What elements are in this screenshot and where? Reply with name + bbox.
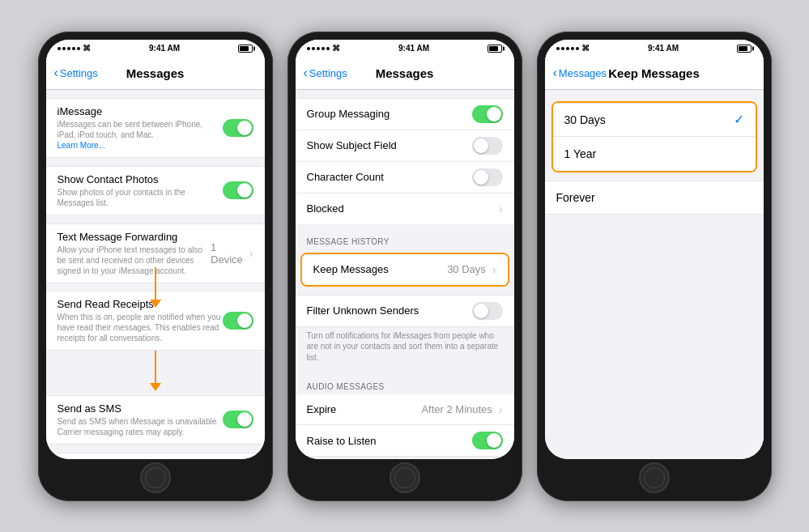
fwd-value: 1 Device xyxy=(211,241,243,266)
phone-2-screen: ⌘ 9:41 AM ‹ Settings Messages Group Mess… xyxy=(296,40,514,459)
raise-listen-cell[interactable]: Raise to Listen xyxy=(296,425,514,457)
battery-area xyxy=(238,45,253,53)
phone-3: ⌘ 9:41 AM ‹ Messages Keep Messages 30 Da… xyxy=(537,32,772,501)
nav-back-1[interactable]: ‹ Settings xyxy=(54,66,98,79)
raise-listen-desc: Raise to Listen allows you to quickly li… xyxy=(296,457,514,459)
imessage-learn-more[interactable]: Learn More... xyxy=(57,141,105,150)
imessage-group: iMessage iMessages can be sent between i… xyxy=(46,98,265,158)
nav-back-2[interactable]: ‹ Settings xyxy=(304,66,347,79)
status-bar-2: ⌘ 9:41 AM xyxy=(296,40,514,57)
battery-area-3 xyxy=(737,45,752,53)
p3-dot3 xyxy=(566,47,569,50)
group-messaging-cell[interactable]: Group Messaging xyxy=(296,98,514,130)
battery-fill-3 xyxy=(739,46,747,51)
home-button-2[interactable] xyxy=(390,462,420,493)
audio-messages-header: AUDIO MESSAGES xyxy=(296,382,514,394)
expire-label: Expire xyxy=(307,403,422,415)
battery-fill xyxy=(240,46,249,51)
receipts-group: Send Read Receipts When this is on, peop… xyxy=(46,292,265,351)
home-button-3[interactable] xyxy=(639,462,670,493)
sms-cell[interactable]: Send as SMS Send as SMS when iMessage is… xyxy=(46,395,265,445)
expire-chevron-icon: › xyxy=(499,403,503,416)
nav-title-3: Keep Messages xyxy=(608,66,700,80)
option-30-days-label: 30 Days xyxy=(564,113,606,126)
filter-label-wrap: Filter Unknown Senders xyxy=(307,304,419,317)
p3-dot4 xyxy=(571,47,574,50)
nav-back-label-2[interactable]: Settings xyxy=(309,67,347,79)
show-subject-cell[interactable]: Show Subject Field xyxy=(296,130,514,162)
sms-toggle[interactable] xyxy=(223,411,253,428)
phone-2: ⌘ 9:41 AM ‹ Settings Messages Group Mess… xyxy=(287,32,522,501)
group-messaging-toggle[interactable] xyxy=(472,105,503,123)
signal-dots-2 xyxy=(307,47,330,50)
nav-back-label-3[interactable]: Messages xyxy=(559,67,607,79)
send-receive-cell[interactable]: Send & Receive 2 Addresses › xyxy=(46,453,265,459)
imessage-toggle[interactable] xyxy=(223,119,253,137)
filter-toggle[interactable] xyxy=(472,302,503,320)
p3-dot5 xyxy=(576,47,579,50)
keep-messages-highlight-border: Keep Messages 30 Days › xyxy=(300,253,509,287)
phone-1: ⌘ 9:41 AM ‹ Settings Messages xyxy=(38,32,273,501)
dot1 xyxy=(57,47,61,50)
char-count-toggle[interactable] xyxy=(472,168,503,186)
nav-back-3[interactable]: ‹ Messages xyxy=(553,66,607,79)
char-count-cell[interactable]: Character Count xyxy=(296,162,514,194)
p2-dot4 xyxy=(321,47,325,50)
fwd-sublabel: Allow your iPhone text messages to also … xyxy=(57,245,211,276)
filter-label: Filter Unknown Senders xyxy=(307,304,419,317)
imessage-cell[interactable]: iMessage iMessages can be sent between i… xyxy=(46,98,265,158)
battery-fill-2 xyxy=(489,46,498,51)
arrow-top-head-icon xyxy=(150,300,161,308)
blocked-cell[interactable]: Blocked › xyxy=(296,194,514,224)
option-1-year[interactable]: 1 Year xyxy=(553,137,756,171)
p3-dot2 xyxy=(561,47,564,50)
receipts-sublabel: When this is on, people are notified whe… xyxy=(57,312,223,343)
signal-area: ⌘ xyxy=(57,44,91,53)
home-button-ring-1 xyxy=(145,467,166,488)
imessage-label-wrap: iMessage iMessages can be sent between i… xyxy=(57,105,223,151)
back-chevron-icon-3: ‹ xyxy=(553,66,557,79)
fwd-chevron-icon: › xyxy=(249,247,253,260)
contact-photos-cell[interactable]: Show Contact Photos Show photos of your … xyxy=(46,166,265,215)
raise-listen-label: Raise to Listen xyxy=(307,435,377,447)
p3-dot1 xyxy=(556,47,560,50)
raise-listen-toggle[interactable] xyxy=(472,432,503,449)
back-chevron-icon-2: ‹ xyxy=(304,66,308,79)
option-1-year-label: 1 Year xyxy=(564,147,597,160)
expire-value: After 2 Minutes xyxy=(421,403,492,415)
keep-messages-cell[interactable]: Keep Messages 30 Days › xyxy=(302,254,508,285)
status-bar-1: ⌘ 9:41 AM xyxy=(46,40,265,57)
imessage-sublabel: iMessages can be sent between iPhone, iP… xyxy=(57,119,223,151)
battery-icon-3 xyxy=(737,45,752,53)
contact-photos-label: Show Contact Photos xyxy=(57,173,223,185)
option-forever[interactable]: Forever xyxy=(545,181,764,215)
option-30-days[interactable]: 30 Days ✓ xyxy=(553,103,756,137)
filter-cell[interactable]: Filter Unknown Senders xyxy=(296,295,514,327)
phone-1-screen: ⌘ 9:41 AM ‹ Settings Messages xyxy=(46,40,265,459)
arrow-bottom-line xyxy=(155,351,156,383)
status-time-1: 9:41 AM xyxy=(149,44,180,53)
contact-photos-toggle[interactable] xyxy=(223,181,253,199)
forever-group: Forever xyxy=(545,181,764,215)
signal-area-2: ⌘ xyxy=(307,44,340,53)
p2-wifi-icon: ⌘ xyxy=(332,44,340,53)
fwd-label-wrap: Text Message Forwarding Allow your iPhon… xyxy=(57,231,211,276)
wifi-icon: ⌘ xyxy=(83,44,91,53)
receipts-toggle[interactable] xyxy=(223,312,253,330)
keep-messages-label: Keep Messages xyxy=(313,263,448,275)
home-button-1[interactable] xyxy=(140,462,171,493)
dot5 xyxy=(77,47,80,50)
p3-wifi-icon: ⌘ xyxy=(581,44,590,53)
filter-desc: Turn off notifications for iMessages fro… xyxy=(296,327,514,370)
blocked-label: Blocked xyxy=(307,202,496,215)
nav-back-label-1[interactable]: Settings xyxy=(60,67,98,79)
show-subject-label: Show Subject Field xyxy=(307,139,472,151)
expire-cell[interactable]: Expire After 2 Minutes › xyxy=(296,394,514,425)
show-subject-toggle[interactable] xyxy=(472,137,503,155)
dot2 xyxy=(62,47,66,50)
sms-label: Send as SMS xyxy=(57,402,223,415)
status-time-2: 9:41 AM xyxy=(398,44,429,53)
send-receive-group: Send & Receive 2 Addresses › xyxy=(46,453,265,459)
fwd-label: Text Message Forwarding xyxy=(57,231,211,243)
audio-messages-group: AUDIO MESSAGES Expire After 2 Minutes › … xyxy=(296,382,514,459)
